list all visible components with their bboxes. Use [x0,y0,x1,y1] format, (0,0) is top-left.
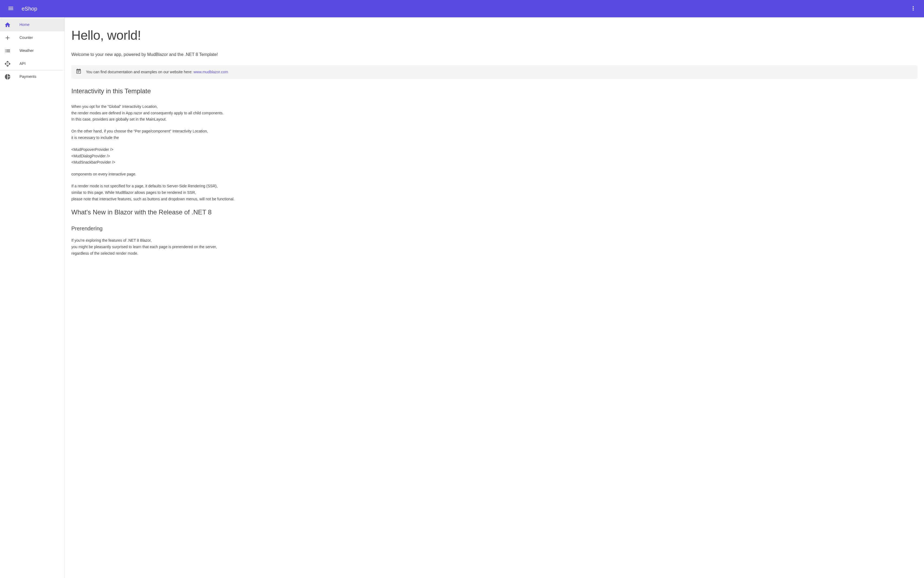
section-heading-whatsnew: What's New in Blazor with the Release of… [71,208,918,217]
sidebar-item-label: Counter [19,35,33,40]
docs-link[interactable]: www.mudblazor.com [193,70,228,74]
alert-content: You can find documentation and examples … [86,69,228,75]
main-content: Hello, world! Welcome to your new app, p… [65,17,924,578]
home-icon [4,22,11,28]
appbar: eShop [0,0,924,17]
more-vert-icon [910,5,916,13]
paragraph: When you opt for the "Global" Interactiv… [71,104,918,123]
event-note-icon [76,68,82,76]
paragraph: On the other hand, if you choose the "Pe… [71,128,918,141]
sidebar-item-api[interactable]: API [0,57,65,70]
sidebar-item-label: Home [19,22,29,27]
page-heading: Hello, world! [71,26,918,45]
paragraph: components on every interactive page. [71,171,918,178]
alert-text: You can find documentation and examples … [86,70,193,74]
section-heading-interactivity: Interactivity in this Template [71,86,918,96]
add-icon [4,35,11,41]
info-alert: You can find documentation and examples … [71,65,918,79]
pie-chart-icon [4,73,11,80]
paragraph: If you're exploring the features of .NET… [71,237,918,257]
more-menu-button[interactable] [907,2,920,15]
subsection-heading-prerendering: Prerendering [71,225,918,232]
sidebar-item-counter[interactable]: Counter [0,31,65,44]
sidebar-item-label: Payments [19,74,36,79]
list-icon [4,47,11,54]
sidebar-item-home[interactable]: Home [0,18,65,31]
menu-icon [8,5,14,13]
sidebar-item-label: API [19,61,26,66]
app-title: eShop [22,5,37,13]
sidebar-item-weather[interactable]: Weather [0,44,65,57]
sidebar-item-payments[interactable]: Payments [0,70,65,83]
sidebar: Home Counter Weather API Payments [0,17,65,578]
welcome-text: Welcome to your new app, powered by MudB… [71,51,918,58]
paragraph: <MudPopoverProvider /> <MudDialogProvide… [71,146,918,166]
sidebar-item-label: Weather [19,48,34,53]
paragraph: If a render mode is not specified for a … [71,183,918,202]
api-icon [4,60,11,67]
menu-button[interactable] [4,2,17,15]
